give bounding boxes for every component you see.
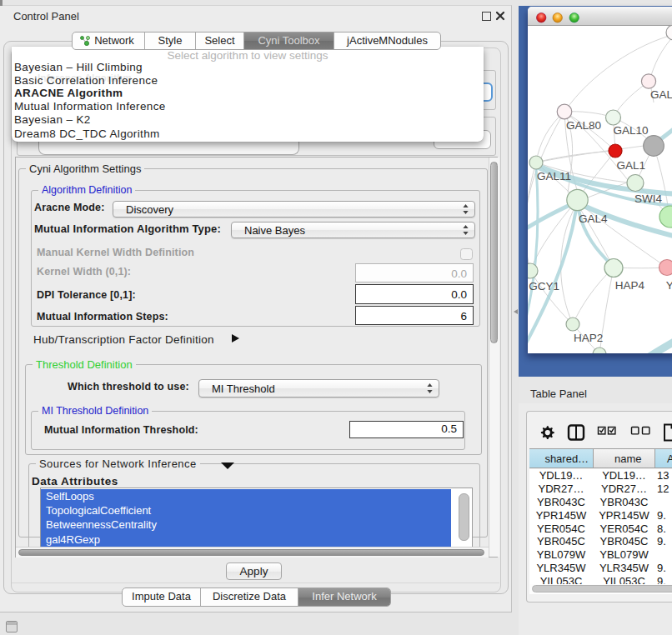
svg-text:SWI4: SWI4: [634, 192, 662, 205]
svg-text:GAL2: GAL2: [650, 88, 672, 101]
svg-text:HAP4: HAP4: [615, 279, 645, 292]
svg-text:HAP2: HAP2: [574, 332, 603, 344]
svg-text:GAL1: GAL1: [616, 159, 645, 172]
svg-text:GAL11: GAL11: [537, 170, 571, 182]
svg-text:YJ: YJ: [666, 279, 672, 292]
svg-text:GAL4: GAL4: [579, 212, 608, 225]
svg-text:GAL10: GAL10: [614, 124, 649, 137]
svg-text:GAL80: GAL80: [566, 119, 601, 132]
svg-text:GCY1: GCY1: [529, 280, 559, 292]
